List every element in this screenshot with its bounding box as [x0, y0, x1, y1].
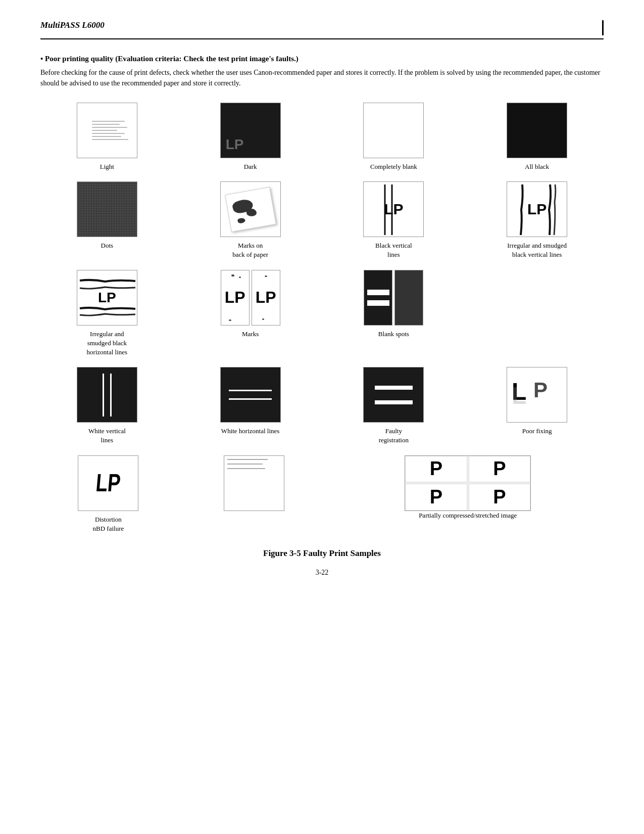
sample-img-wvl [77, 367, 137, 423]
label-light: Light [100, 162, 114, 171]
sample-img-all-black [507, 103, 567, 158]
poor-fix-svg: L P L [509, 369, 565, 420]
white-hline-2 [229, 398, 272, 400]
mark-dot-r1 [265, 275, 267, 277]
sample-grid-row2: Dots Marks onback of paper LP Black ver [40, 181, 604, 259]
faulty-bar-1 [375, 386, 413, 390]
label-blank: Completely blank [370, 162, 417, 171]
partial-cell-4: P [469, 484, 531, 511]
sample-img-distortion-small [224, 455, 284, 511]
section-title: • Poor printing quality (Evaluation crit… [40, 55, 604, 63]
ibhl-lines-svg [77, 270, 137, 325]
sample-img-blank [363, 103, 424, 158]
partial-p-1: P [430, 458, 442, 480]
partial-cell-2: P [469, 456, 531, 483]
white-vline-2 [110, 374, 112, 416]
sample-img-poor-fix: L P L [507, 367, 567, 423]
sample-blank-spots: Blank spots [327, 270, 461, 357]
light-line-3 [92, 127, 127, 128]
label-distortion: DistortionnBD failure [93, 515, 124, 533]
mark-dot-r2 [262, 318, 264, 320]
light-line-2 [92, 124, 120, 125]
label-wvl: White verticallines [88, 427, 126, 445]
light-line-6 [92, 136, 121, 137]
sample-wvl: White verticallines [40, 367, 174, 445]
empty-cell-row3 [470, 270, 604, 357]
label-ibhl: Irregular andsmudged blackhorizontal lin… [87, 330, 128, 357]
distortion-lp-text: LP [95, 469, 122, 497]
label-ibvl: Irregular and smudgedblack vertical line… [507, 241, 567, 259]
sample-img-faulty [363, 367, 424, 423]
sample-img-marks-back [220, 181, 281, 237]
label-poor-fix: Poor fixing [522, 427, 552, 436]
sample-ibhl: LP Irregular andsmudged blackhorizontal … [40, 270, 174, 357]
sample-img-bvl: LP [363, 181, 424, 237]
marks-lp-left: LP [225, 288, 245, 307]
label-dark: Dark [244, 162, 257, 171]
marks-img-right: LP [252, 270, 280, 326]
blank-spot-1 [367, 290, 389, 295]
blot-3 [237, 217, 245, 223]
sample-bvl: LP Black verticallines [327, 181, 461, 259]
sample-img-ibvl: LP [507, 181, 567, 237]
dist-line-1 [227, 459, 268, 460]
blank-spot-2 [367, 300, 389, 306]
sample-distortion: LP DistortionnBD failure [40, 455, 176, 533]
sample-light: Light [40, 103, 174, 171]
intro-text: Before checking for the cause of print d… [40, 67, 604, 88]
light-inner [87, 110, 127, 151]
label-dots: Dots [101, 241, 114, 250]
partial-p-4: P [493, 486, 506, 508]
blank-spots-img-left [364, 270, 392, 326]
sample-whl: White horizontal lines [184, 367, 317, 445]
partial-cell-1: P [405, 456, 467, 483]
sample-img-distortion: LP [78, 455, 138, 511]
sample-img-ibhl: LP [77, 270, 137, 326]
sample-partial: P P P P Partially compressed/stretched i… [332, 455, 604, 533]
mark-dot-bl [229, 319, 231, 321]
sample-grid-row1: Light Dark Completely blank All black [40, 103, 604, 171]
sample-img-dark [220, 103, 281, 158]
sample-poor-fix: L P L Poor fixing [470, 367, 604, 445]
sample-distortion-small [186, 455, 322, 533]
label-blank-spots: Blank spots [378, 330, 409, 339]
sample-img-whl [220, 367, 281, 423]
sample-all-black: All black [470, 103, 604, 171]
sample-img-light [77, 103, 137, 158]
sample-blank: Completely blank [327, 103, 461, 171]
partial-cell-3: P [405, 484, 467, 511]
dist-line-2 [227, 464, 263, 465]
dist-line-3 [227, 468, 265, 469]
label-marks-back: Marks onback of paper [232, 241, 268, 259]
svg-text:L: L [512, 382, 526, 409]
light-line-1 [92, 121, 125, 122]
blank-spots-img-right [394, 270, 423, 326]
sample-marks: LP LP Marks [184, 270, 317, 357]
label-all-black: All black [525, 162, 549, 171]
sample-img-partial: P P P P [405, 455, 531, 511]
label-faulty: Faultyregistration [379, 427, 409, 445]
marks-lp-right: LP [256, 288, 276, 307]
blot-2 [246, 208, 257, 216]
sample-grid-row4: White verticallines White horizontal lin… [40, 367, 604, 445]
tilted-paper [225, 187, 276, 231]
light-line-5 [92, 133, 125, 134]
light-line-4 [92, 130, 117, 131]
sample-grid-row3: LP Irregular andsmudged blackhorizontal … [40, 270, 604, 357]
sample-ibvl: LP Irregular and smudgedblack vertical l… [470, 181, 604, 259]
partial-p-2: P [493, 458, 506, 480]
mark-dot-tr [239, 276, 241, 278]
sample-faulty: Faultyregistration [327, 367, 461, 445]
sample-grid-row5: LP DistortionnBD failure P P P [40, 455, 604, 533]
mark-dot-tl [231, 274, 234, 276]
sample-dark: Dark [184, 103, 317, 171]
blank-spots-images [364, 270, 423, 326]
partial-p-3: P [430, 486, 442, 508]
white-hline-1 [229, 390, 272, 391]
page-number: 3-22 [40, 569, 604, 577]
svg-text:P: P [533, 378, 548, 402]
bvl-lines-svg [364, 182, 423, 237]
ibvl-lines-svg [507, 182, 567, 237]
light-line-7 [92, 139, 128, 140]
sample-img-dots [77, 181, 137, 237]
